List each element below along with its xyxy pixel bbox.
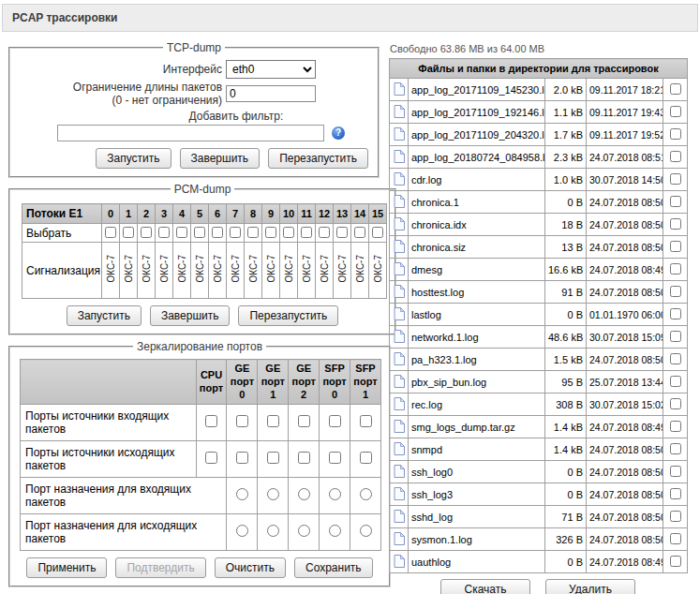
signaling-select[interactable]: ОКС-7 [177, 255, 187, 283]
signaling-select[interactable]: ОКС-7 [266, 255, 276, 283]
interface-select[interactable]: eth0 [226, 60, 316, 79]
file-name[interactable]: rec.log [409, 394, 545, 416]
e1-stream-checkbox[interactable] [336, 227, 348, 238]
file-select-checkbox[interactable] [670, 83, 681, 95]
mirror-radio[interactable] [360, 488, 372, 500]
mirror-checkbox[interactable] [205, 452, 217, 464]
file-select-checkbox[interactable] [670, 106, 681, 117]
file-name[interactable]: dmesg [409, 259, 545, 281]
signaling-select[interactable]: ОКС-7 [284, 255, 294, 283]
e1-stream-checkbox[interactable] [265, 227, 276, 238]
mirror-checkbox[interactable] [360, 452, 372, 464]
file-name[interactable]: app_log_20180724_084958.log [409, 146, 545, 169]
signaling-select[interactable]: ОКС-7 [373, 255, 383, 283]
file-select-checkbox[interactable] [670, 218, 681, 230]
e1-stream-checkbox[interactable] [158, 227, 170, 238]
signaling-select[interactable]: ОКС-7 [231, 255, 241, 283]
file-name[interactable]: networkd.1.log [409, 326, 545, 349]
signaling-select[interactable]: ОКС-7 [159, 255, 170, 283]
mirror-radio[interactable] [267, 525, 279, 537]
file-select-checkbox[interactable] [670, 376, 681, 387]
e1-stream-checkbox[interactable] [372, 227, 383, 238]
mirror-checkbox[interactable] [267, 452, 279, 464]
file-select-checkbox[interactable] [670, 353, 681, 364]
file-name[interactable]: hosttest.log [409, 281, 545, 304]
filter-input[interactable] [57, 125, 324, 141]
mirror-checkbox[interactable] [267, 415, 279, 427]
e1-stream-checkbox[interactable] [194, 227, 205, 238]
e1-stream-checkbox[interactable] [319, 227, 330, 238]
mirror-checkbox[interactable] [360, 415, 372, 427]
file-name[interactable]: uauthlog [409, 551, 545, 573]
e1-stream-checkbox[interactable] [230, 227, 241, 238]
mirror-radio[interactable] [236, 488, 248, 500]
file-select-checkbox[interactable] [670, 128, 681, 140]
file-select-checkbox[interactable] [670, 511, 681, 522]
file-select-checkbox[interactable] [670, 533, 681, 544]
mirror-save-button[interactable]: Сохранить [294, 557, 373, 578]
signaling-select[interactable]: ОКС-7 [124, 255, 134, 283]
file-select-checkbox[interactable] [670, 286, 681, 297]
mirror-checkbox[interactable] [205, 415, 217, 427]
mirror-radio[interactable] [236, 525, 248, 537]
mirror-checkbox[interactable] [298, 415, 310, 427]
mirror-checkbox[interactable] [236, 415, 248, 427]
file-name[interactable]: pbx_sip_bun.log [409, 371, 545, 394]
file-name[interactable]: ssh_log0 [409, 461, 545, 483]
e1-stream-checkbox[interactable] [123, 227, 134, 238]
mirror-checkbox[interactable] [329, 415, 341, 427]
mirror-radio[interactable] [329, 488, 341, 500]
tcpdump-restart-button[interactable]: Перезапустить [268, 148, 368, 169]
pcmdump-start-button[interactable]: Запустить [67, 305, 141, 326]
file-name[interactable]: cdr.log [409, 169, 545, 191]
e1-stream-checkbox[interactable] [105, 227, 116, 238]
signaling-select[interactable]: ОКС-7 [355, 255, 365, 283]
mirror-checkbox[interactable] [298, 452, 310, 464]
file-name[interactable]: smg_logs_dump.tar.gz [409, 416, 545, 438]
file-name[interactable]: ssh_log3 [409, 483, 545, 506]
file-select-checkbox[interactable] [670, 241, 681, 252]
mirror-checkbox[interactable] [329, 452, 341, 464]
file-select-checkbox[interactable] [670, 398, 681, 409]
signaling-select[interactable]: ОКС-7 [195, 255, 205, 283]
tcpdump-start-button[interactable]: Запустить [96, 148, 171, 169]
file-select-checkbox[interactable] [670, 308, 681, 319]
file-name[interactable]: chronica.idx [409, 214, 545, 236]
file-select-checkbox[interactable] [670, 488, 681, 499]
file-select-checkbox[interactable] [670, 466, 681, 477]
file-name[interactable]: pa_h323.1.log [409, 349, 545, 371]
mirror-radio[interactable] [298, 488, 310, 500]
help-icon[interactable]: ? [332, 126, 345, 140]
e1-stream-checkbox[interactable] [354, 227, 365, 238]
e1-stream-checkbox[interactable] [283, 227, 294, 238]
mirror-radio[interactable] [267, 488, 279, 500]
signaling-select[interactable]: ОКС-7 [302, 255, 312, 283]
file-select-checkbox[interactable] [670, 331, 681, 342]
mirror-clear-button[interactable]: Очистить [215, 557, 286, 578]
e1-stream-checkbox[interactable] [212, 227, 223, 238]
pcmdump-restart-button[interactable]: Перезапустить [238, 305, 338, 326]
signaling-select[interactable]: ОКС-7 [106, 255, 116, 283]
file-name[interactable]: snmpd [409, 438, 545, 461]
file-select-checkbox[interactable] [670, 263, 681, 275]
e1-stream-checkbox[interactable] [176, 227, 187, 238]
file-select-checkbox[interactable] [670, 196, 681, 207]
pcmdump-stop-button[interactable]: Завершить [150, 305, 231, 326]
file-name[interactable]: sysmon.1.log [409, 528, 545, 551]
signaling-select[interactable]: ОКС-7 [213, 255, 223, 283]
mirror-checkbox[interactable] [236, 452, 248, 464]
file-select-checkbox[interactable] [670, 173, 681, 185]
file-select-checkbox[interactable] [670, 151, 681, 162]
e1-stream-checkbox[interactable] [141, 227, 152, 238]
delete-button[interactable]: Удалить [545, 579, 635, 594]
signaling-select[interactable]: ОКС-7 [320, 255, 330, 283]
file-select-checkbox[interactable] [670, 421, 681, 432]
mirror-radio[interactable] [329, 525, 341, 537]
file-name[interactable]: chronica.siz [409, 236, 545, 259]
file-name[interactable]: app_log_20171109_145230.log [409, 79, 545, 101]
file-name[interactable]: chronica.1 [409, 191, 545, 214]
file-name[interactable]: sshd_log [409, 506, 545, 528]
file-select-checkbox[interactable] [670, 443, 681, 454]
e1-stream-checkbox[interactable] [247, 227, 259, 238]
mirror-confirm-button[interactable]: Подтвердить [115, 557, 205, 578]
